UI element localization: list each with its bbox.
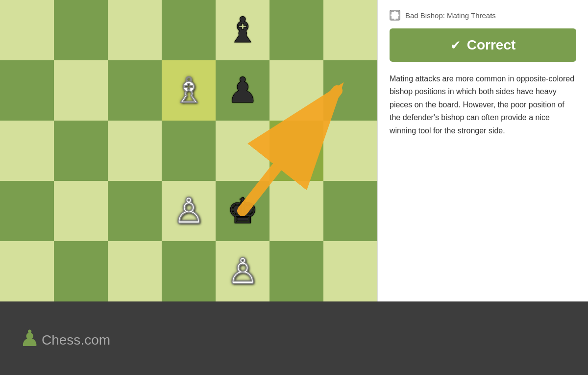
- sq-0-0[interactable]: [0, 0, 54, 60]
- black-bishop-piece: ♝: [227, 13, 259, 48]
- sq-3-0[interactable]: [0, 181, 54, 241]
- chess-board-wrapper: ♝ ♗ ♟: [0, 0, 377, 301]
- sq-1-2[interactable]: [108, 60, 162, 121]
- black-king-piece: ♚: [227, 194, 259, 229]
- sq-0-1[interactable]: [54, 0, 108, 60]
- sq-1-0[interactable]: [0, 60, 54, 121]
- logo-tld: .com: [80, 332, 110, 348]
- sq-2-4[interactable]: [216, 121, 270, 181]
- sq-0-4[interactable]: ♝: [216, 0, 270, 60]
- sq-3-2[interactable]: [108, 181, 162, 241]
- right-panel: Bad Bishop: Mating Threats ✔ Correct Mat…: [377, 0, 588, 301]
- sq-3-5[interactable]: [270, 181, 323, 241]
- correct-label: Correct: [467, 37, 516, 53]
- sq-4-0[interactable]: [0, 241, 54, 301]
- sq-1-6[interactable]: [323, 60, 377, 121]
- sq-0-6[interactable]: [323, 0, 377, 60]
- sq-3-3[interactable]: ♙: [162, 181, 216, 241]
- svg-rect-2: [390, 10, 400, 20]
- sq-0-3[interactable]: [162, 0, 216, 60]
- sq-2-1[interactable]: [54, 121, 108, 181]
- sq-3-1[interactable]: [54, 181, 108, 241]
- expand-icon[interactable]: [390, 10, 400, 21]
- sq-3-6[interactable]: [323, 181, 377, 241]
- lesson-title-bar: Bad Bishop: Mating Threats: [390, 10, 576, 21]
- white-pawn-piece-1: ♙: [173, 194, 205, 229]
- sq-1-3[interactable]: ♗: [162, 60, 216, 121]
- sq-2-3[interactable]: [162, 121, 216, 181]
- correct-banner: ✔ Correct: [390, 28, 576, 62]
- chess-logo: ♟ Chess.com: [20, 325, 110, 351]
- lesson-title: Bad Bishop: Mating Threats: [405, 11, 496, 20]
- white-pawn-piece-2: ♙: [227, 254, 259, 289]
- sq-0-2[interactable]: [108, 0, 162, 60]
- main-content: ♝ ♗ ♟: [0, 0, 588, 301]
- sq-2-5[interactable]: [270, 121, 323, 181]
- chess-board: ♝ ♗ ♟: [0, 0, 377, 301]
- sq-1-5[interactable]: [270, 60, 323, 121]
- sq-2-6[interactable]: [323, 121, 377, 181]
- logo-name: Chess: [42, 332, 80, 348]
- black-pawn-piece: ♟: [227, 73, 259, 108]
- sq-2-2[interactable]: [108, 121, 162, 181]
- explanation-text: Mating attacks are more common in opposi…: [390, 73, 576, 137]
- sq-4-5[interactable]: [270, 241, 323, 301]
- sq-0-5[interactable]: [270, 0, 323, 60]
- logo-piece-icon: ♟: [20, 325, 40, 351]
- sq-4-2[interactable]: [108, 241, 162, 301]
- white-bishop-piece: ♗: [173, 73, 205, 108]
- checkmark-icon: ✔: [450, 38, 461, 53]
- footer: ♟ Chess.com: [0, 301, 588, 375]
- sq-1-1[interactable]: [54, 60, 108, 121]
- sq-1-4[interactable]: ♟: [216, 60, 270, 121]
- logo-text: Chess.com: [42, 328, 110, 349]
- sq-2-0[interactable]: [0, 121, 54, 181]
- sq-4-1[interactable]: [54, 241, 108, 301]
- sq-4-3[interactable]: [162, 241, 216, 301]
- sq-4-6[interactable]: [323, 241, 377, 301]
- sq-3-4[interactable]: ♚: [216, 181, 270, 241]
- sq-4-4[interactable]: ♙: [216, 241, 270, 301]
